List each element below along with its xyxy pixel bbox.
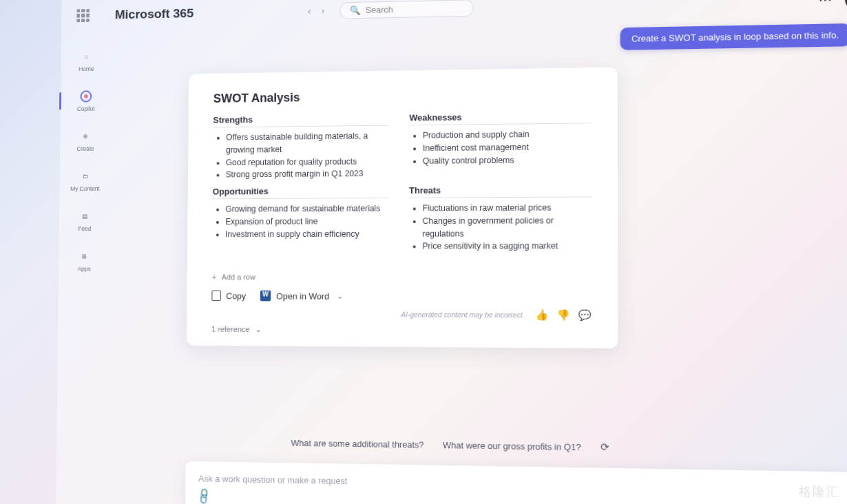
list-item: Expansion of product line: [225, 215, 389, 228]
list-item: Investment in supply chain efficiency: [225, 228, 389, 241]
nav-arrows: ‹ ›: [304, 4, 328, 18]
list-item: Strong gross profit margin in Q1 2023: [226, 167, 389, 181]
apps-icon: ⊞: [77, 249, 92, 264]
app-window: Microsoft 365 ‹ › 🔍 Search ··· ⌂ Home: [56, 0, 847, 504]
composer-input[interactable]: Ask a work question or make a request 🔗: [185, 461, 847, 504]
composer-placeholder: Ask a work question or make a request: [198, 474, 347, 487]
sidebar-item-label: Apps: [78, 266, 91, 273]
brand-title: Microsoft 365: [115, 6, 194, 22]
section-heading: Opportunities: [213, 185, 389, 199]
swot-card: SWOT Analysis Strengths Offers sustainab…: [187, 67, 618, 348]
list-item: Price sensitivity in a sagging market: [422, 240, 591, 253]
sidebar-item-copilot[interactable]: Copilot: [68, 86, 104, 115]
search-icon: 🔍: [350, 5, 360, 15]
attach-icon[interactable]: 🔗: [194, 487, 213, 504]
list-item: Inefficient cost management: [423, 140, 592, 155]
suggestion-chip[interactable]: What were our gross profits in Q1?: [443, 440, 581, 452]
suggestion-row: What are some additional threats? What w…: [291, 437, 610, 454]
card-title: SWOT Analysis: [213, 87, 592, 106]
nav-back-icon[interactable]: ‹: [304, 4, 314, 18]
chevron-down-icon: ⌄: [337, 292, 344, 301]
left-sidebar: ⌂ Home Copilot ⊕ Create 🗀 My Content: [56, 33, 112, 504]
reference-toggle[interactable]: 1 reference ⌄: [211, 325, 592, 336]
section-heading: Threats: [409, 185, 592, 198]
feed-icon: ▤: [78, 209, 92, 224]
more-icon[interactable]: ···: [819, 0, 833, 7]
nav-forward-icon[interactable]: ›: [318, 4, 328, 18]
open-in-word-button[interactable]: Open in Word ⌄: [260, 291, 343, 302]
user-message: Create a SWOT analysis in loop based on …: [620, 23, 847, 50]
list-item: Fluctuations in raw material prices: [423, 201, 592, 215]
copilot-icon: [79, 89, 94, 103]
reference-label: 1 reference: [211, 325, 249, 333]
list-item: Good reputation for quality products: [226, 155, 389, 169]
sidebar-item-mycontent[interactable]: 🗀 My Content: [67, 166, 103, 194]
ai-disclaimer: AI-generated content may be incorrect.: [401, 311, 524, 319]
sidebar-item-label: Feed: [78, 225, 91, 232]
svg-point-1: [84, 94, 88, 98]
add-row-button[interactable]: Add a row: [212, 273, 592, 281]
home-icon: ⌂: [79, 50, 94, 64]
strengths-section: Strengths Offers sustainable building ma…: [213, 113, 389, 181]
user-avatar[interactable]: [844, 0, 847, 10]
copy-icon: [211, 291, 220, 302]
copy-button[interactable]: Copy: [211, 291, 246, 302]
suggestion-chip[interactable]: What are some additional threats?: [291, 437, 424, 450]
list-item: Growing demand for sustainable materials: [225, 202, 388, 216]
copy-label: Copy: [226, 291, 246, 301]
list-item: Production and supply chain: [423, 127, 592, 142]
list-item: Offers sustainable building materials, a…: [226, 129, 389, 156]
sidebar-item-label: Home: [79, 65, 94, 72]
thumbs-up-icon[interactable]: 👍: [535, 309, 548, 322]
sidebar-item-feed[interactable]: ▤ Feed: [67, 207, 103, 235]
watermark: 格隆汇: [799, 483, 840, 500]
plus-circle-icon: ⊕: [79, 129, 93, 143]
thumbs-down-icon[interactable]: 👎: [557, 309, 570, 322]
word-icon: [260, 291, 271, 302]
open-word-label: Open in Word: [276, 291, 329, 301]
folder-icon: 🗀: [78, 169, 92, 183]
refresh-icon[interactable]: ⟳: [600, 441, 609, 453]
opportunities-section: Opportunities Growing demand for sustain…: [212, 185, 389, 253]
section-heading: Strengths: [213, 113, 389, 127]
search-placeholder: Search: [366, 4, 393, 14]
sidebar-item-label: Create: [77, 145, 94, 152]
chat-area: Create a SWOT analysis in loop based on …: [107, 19, 847, 504]
sidebar-item-label: Copilot: [77, 105, 95, 112]
chevron-down-icon: ⌄: [255, 325, 262, 333]
threats-section: Threats Fluctuations in raw material pri…: [409, 185, 592, 253]
sidebar-item-home[interactable]: ⌂ Home: [68, 46, 104, 75]
sidebar-item-create[interactable]: ⊕ Create: [67, 126, 103, 154]
list-item: Quality control problems: [423, 153, 592, 167]
list-item: Changes in government policies or regula…: [422, 214, 591, 240]
sidebar-item-label: My Content: [70, 185, 100, 192]
app-launcher-icon[interactable]: [76, 9, 90, 22]
weaknesses-section: Weaknesses Production and supply chain I…: [409, 111, 592, 180]
section-heading: Weaknesses: [409, 111, 591, 126]
sidebar-item-apps[interactable]: ⊞ Apps: [66, 246, 102, 275]
search-input[interactable]: 🔍 Search: [339, 0, 473, 19]
feedback-icon[interactable]: 💬: [578, 309, 592, 322]
